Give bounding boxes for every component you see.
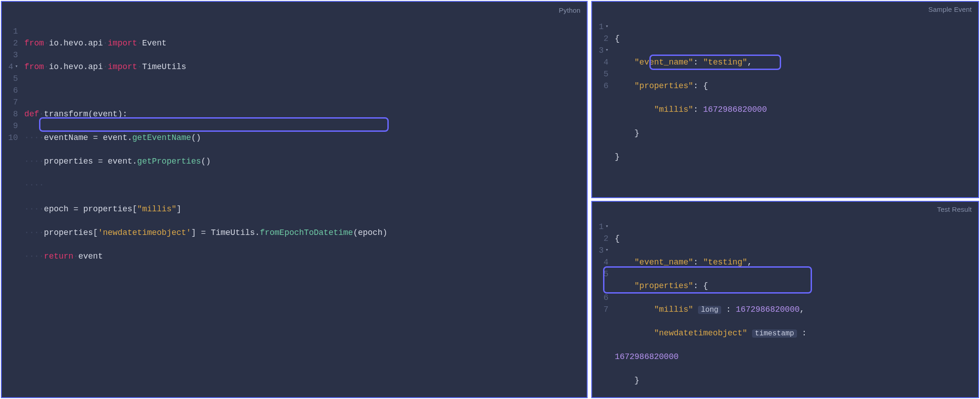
line-number: 6: [8, 85, 18, 96]
line-number: 1▾: [599, 21, 608, 33]
line-number: 3: [8, 49, 18, 61]
line-number: 10: [8, 132, 18, 144]
line-number: 5: [8, 73, 18, 85]
fold-icon[interactable]: ▾: [604, 23, 609, 30]
line-number: [599, 280, 608, 292]
line-number: 2: [8, 37, 18, 49]
line-number: 7: [8, 96, 18, 108]
sample-editor[interactable]: 1▾ 2 3▾ 4 5 6 { "event_name": "testing",…: [592, 16, 978, 197]
sample-gutter: 1▾ 2 3▾ 4 5 6: [592, 21, 614, 193]
line-number: 3▾: [599, 45, 608, 56]
line-number: 4: [599, 256, 608, 268]
result-content[interactable]: { "event_name": "testing", "properties":…: [615, 221, 978, 397]
result-panel-title: Test Result: [592, 202, 978, 216]
right-pane: Sample Event 1▾ 2 3▾ 4 5 6 { "event_name…: [591, 1, 979, 398]
line-number: 5: [599, 268, 608, 280]
code-content[interactable]: from·io.hevo.api·import·Event from·io.he…: [25, 25, 587, 286]
result-gutter: 1▾ 2 3▾ 4 5 6 7: [592, 221, 614, 393]
line-number: 1▾: [599, 221, 608, 233]
line-number: 2: [599, 233, 608, 244]
line-number: 9: [8, 120, 18, 132]
fold-icon[interactable]: ▾: [604, 247, 609, 254]
line-number: 5: [599, 68, 608, 80]
result-editor[interactable]: 1▾ 2 3▾ 4 5 6 7 { "event_name": "testing…: [592, 216, 978, 397]
app-root: Python 1 2 3 4▾ 5 6 7 8 9 10 from·io.hev…: [0, 0, 980, 399]
code-panel-title: Python: [2, 2, 587, 17]
code-gutter: 1 2 3 4▾ 5 6 7 8 9 10: [2, 25, 25, 393]
line-number: 8: [8, 108, 18, 120]
line-number: 3▾: [599, 244, 608, 256]
line-number: 4▾: [8, 61, 18, 73]
fold-icon[interactable]: ▾: [13, 63, 18, 70]
type-badge: long: [698, 306, 721, 314]
sample-panel-title: Sample Event: [592, 2, 978, 16]
line-number: 6: [599, 292, 608, 304]
type-badge: timestamp: [752, 329, 797, 338]
code-editor[interactable]: 1 2 3 4▾ 5 6 7 8 9 10 from·io.hevo.api·i…: [2, 17, 587, 397]
line-number: 2: [599, 33, 608, 45]
code-editor-panel: Python 1 2 3 4▾ 5 6 7 8 9 10 from·io.hev…: [1, 1, 588, 398]
line-number: 4: [599, 56, 608, 68]
line-number: 7: [599, 304, 608, 315]
sample-event-panel: Sample Event 1▾ 2 3▾ 4 5 6 { "event_name…: [591, 1, 979, 198]
line-number: 1: [8, 25, 18, 37]
line-number: 6: [599, 80, 608, 92]
fold-icon[interactable]: ▾: [604, 223, 609, 230]
sample-content[interactable]: { "event_name": "testing", "properties":…: [615, 21, 978, 187]
test-result-panel: Test Result 1▾ 2 3▾ 4 5 6 7 { "event_nam…: [591, 201, 979, 398]
fold-icon[interactable]: ▾: [604, 47, 609, 54]
